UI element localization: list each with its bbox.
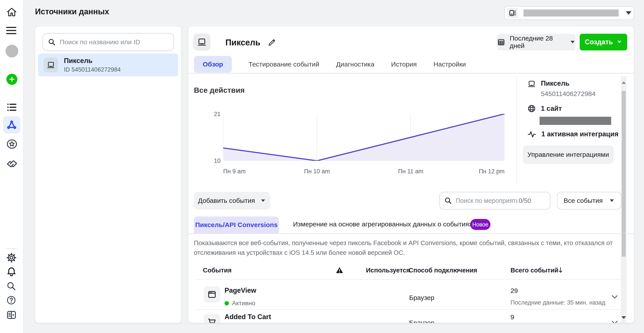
x-axis-tick: Пн 11 am xyxy=(398,168,424,175)
tab-aggregated-event-measurement[interactable]: Измерение на основе агрегированных данны… xyxy=(293,220,472,228)
favorites-icon[interactable] xyxy=(6,138,18,150)
event-search: 0/50 xyxy=(439,192,550,209)
search-icon xyxy=(48,38,56,46)
integration-count: 1 активная интеграция xyxy=(541,130,618,138)
search-icon[interactable] xyxy=(6,281,16,291)
all-activity-area-chart xyxy=(223,114,504,161)
overview-scroll-area: Все действия 21 10 Пн 9 amПн 10 amПн 11 … xyxy=(188,73,634,323)
manage-integrations-button[interactable]: Управление интеграциями xyxy=(523,145,614,164)
business-portfolio-icon xyxy=(509,9,516,17)
tab-test-events[interactable]: Тестирование событий xyxy=(248,60,319,68)
add-events-label: Добавить события xyxy=(198,197,255,204)
avatar[interactable] xyxy=(6,45,18,57)
inner-scrollbar[interactable] xyxy=(621,76,626,323)
chart-info-divider xyxy=(516,76,517,184)
status-label: Активно xyxy=(232,300,255,307)
pixel-title: Пиксель xyxy=(226,38,260,47)
expand-row-chevron-icon[interactable] xyxy=(610,293,619,301)
x-axis-tick: Пн 12 pm xyxy=(479,168,504,175)
y-axis-tick-max: 21 xyxy=(207,111,220,118)
last-data-received: Последние данные: 35 мин. назад xyxy=(510,299,605,306)
col-header-events[interactable]: События xyxy=(203,267,232,274)
sources-search xyxy=(42,33,174,51)
settings-icon[interactable] xyxy=(6,252,17,263)
page-title: Источники данных xyxy=(35,7,109,16)
data-sources-list-panel: Пиксель ID 545011406272984 xyxy=(35,26,181,323)
events-description: Показываются все веб-события, полученные… xyxy=(194,238,615,258)
event-name: Added To Cart xyxy=(224,313,271,321)
laptop-icon xyxy=(46,60,55,69)
x-axis-tick: Пн 10 am xyxy=(304,168,330,175)
info-sites-row: 1 сайт xyxy=(527,104,562,113)
date-range-button[interactable]: Последние 28 дней xyxy=(497,34,576,50)
source-id: ID 545011406272984 xyxy=(64,66,121,73)
connection-method: Браузер xyxy=(409,294,434,302)
event-search-input[interactable] xyxy=(456,197,517,204)
site-count: 1 сайт xyxy=(541,105,562,113)
account-switcher[interactable] xyxy=(504,6,634,20)
sort-descending-icon[interactable] xyxy=(557,266,564,274)
info-pixel-id: 545011406272984 xyxy=(541,90,596,98)
event-icon-box xyxy=(204,314,220,323)
edit-pencil-icon[interactable] xyxy=(267,38,276,47)
create-label: Создать xyxy=(585,38,613,46)
add-events-button[interactable]: Добавить события xyxy=(194,192,270,209)
date-range-label: Последние 28 дней xyxy=(510,34,565,49)
y-axis-tick-min: 10 xyxy=(207,157,220,164)
pixel-tabs: Обзор Тестирование событий Диагностика И… xyxy=(194,56,466,73)
portfolio-icon-box xyxy=(507,8,518,18)
tab-diagnostics[interactable]: Диагностика xyxy=(336,60,374,68)
tab-pixel-api-conversions[interactable]: Пиксель/API Conversions xyxy=(194,217,279,233)
account-name-redacted xyxy=(524,9,619,16)
create-button[interactable]: Создать xyxy=(580,34,627,50)
event-icon-box xyxy=(204,286,220,303)
event-status: Активно xyxy=(224,300,255,307)
lists-icon[interactable] xyxy=(6,102,17,113)
status-dot-active xyxy=(224,301,229,306)
rail-divider xyxy=(6,248,17,249)
scrollbar-thumb[interactable] xyxy=(622,91,626,257)
events-filter-dropdown[interactable]: Все события xyxy=(557,192,621,209)
expand-row-chevron-icon[interactable] xyxy=(610,318,619,323)
event-name: PageView xyxy=(224,287,256,295)
chart-title: Все действия xyxy=(194,86,244,94)
connection-method: Браузер xyxy=(409,319,434,323)
laptop-icon xyxy=(527,79,536,88)
tab-history[interactable]: История xyxy=(391,60,417,68)
new-badge: Новое xyxy=(470,219,490,230)
source-list-item-pixel[interactable]: Пиксель ID 545011406272984 xyxy=(38,53,178,76)
tab-overview[interactable]: Обзор xyxy=(194,56,232,73)
scrollbar-up-arrow[interactable] xyxy=(622,81,626,84)
calendar-icon xyxy=(497,38,505,46)
laptop-icon xyxy=(197,37,207,47)
menu-icon[interactable] xyxy=(6,27,16,34)
search-icon xyxy=(444,197,452,205)
chevron-down-icon xyxy=(261,199,265,202)
pixel-icon-box xyxy=(44,58,58,72)
notifications-icon[interactable] xyxy=(6,267,17,277)
info-integrations-row: 1 активная интеграция xyxy=(527,130,618,139)
site-name-redacted xyxy=(540,117,611,125)
scrollbar-down-arrow[interactable] xyxy=(622,316,626,319)
home-icon[interactable] xyxy=(6,6,17,18)
sources-search-input[interactable] xyxy=(60,38,174,46)
chevron-down-icon xyxy=(610,199,614,202)
col-header-total[interactable]: Всего событий xyxy=(510,267,558,274)
data-sources-icon xyxy=(6,119,17,130)
create-plus-icon[interactable] xyxy=(6,74,18,85)
help-icon[interactable] xyxy=(6,295,16,305)
pixel-detail-panel: Пиксель Последние 28 дней Создать Обзор … xyxy=(188,26,634,323)
info-pixel-name: Пиксель xyxy=(541,79,596,87)
left-nav-rail xyxy=(0,0,24,333)
sidebar-item-data-sources[interactable] xyxy=(3,116,20,133)
table-header-divider xyxy=(195,279,621,280)
collapse-panel-icon[interactable] xyxy=(6,310,17,320)
chevron-down-icon xyxy=(626,11,632,15)
col-header-used[interactable]: Используется xyxy=(366,267,410,274)
x-axis-tick: Пн 9 am xyxy=(223,168,246,175)
col-header-connection[interactable]: Способ подключения xyxy=(409,267,477,274)
view-tabs-divider xyxy=(188,233,634,234)
total-events: 29 xyxy=(510,287,518,295)
partners-icon[interactable] xyxy=(6,158,18,170)
tab-settings[interactable]: Настройки xyxy=(433,60,466,68)
